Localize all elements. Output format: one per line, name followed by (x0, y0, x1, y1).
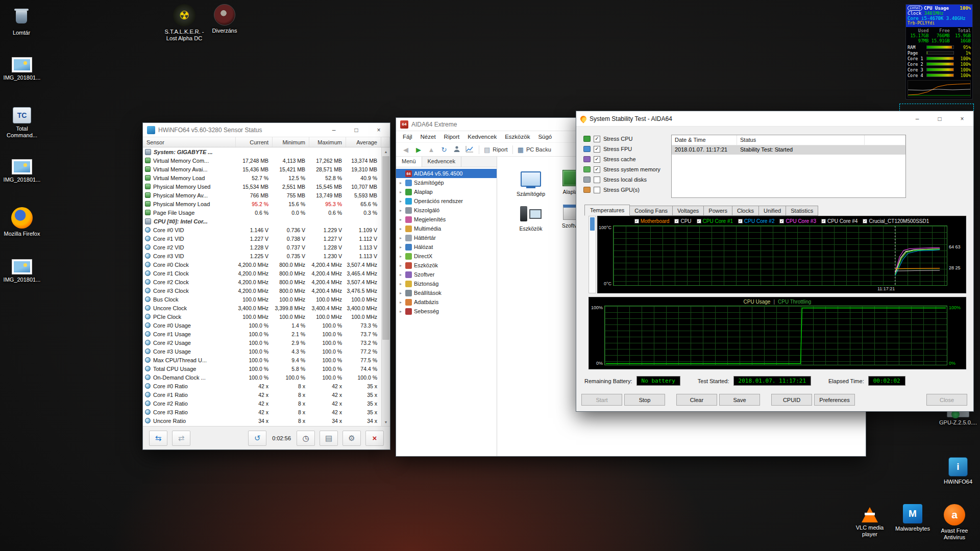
tree-expander-icon[interactable]: ▸ (398, 282, 403, 286)
logging-button[interactable]: ▤ (320, 431, 338, 446)
sst-button-start[interactable]: Start (581, 394, 622, 406)
sensor-row[interactable]: Core #0 VID1.146 V0.736 V1.229 V1.109 V (143, 226, 381, 234)
tree-expander-icon[interactable]: ▸ (398, 272, 403, 277)
tree-expander-icon[interactable]: ▸ (398, 181, 403, 185)
aida-tree-item-1[interactable]: ▸Számítógép (396, 178, 497, 187)
desktop-icon-img3[interactable]: IMG_201801... (2, 259, 42, 283)
tree-expander-icon[interactable]: ▸ (398, 208, 403, 213)
aida-tree-item-0[interactable]: 64AIDA64 v5.95.4500 (396, 169, 497, 178)
column-current[interactable]: Current (236, 137, 273, 147)
sensor-row[interactable]: Virtual Memory Avai...15,436 MB15,421 MB… (143, 165, 381, 173)
aida-tree-item-3[interactable]: ▸Operációs rendszer (396, 196, 497, 206)
legend-checkbox[interactable]: ✓ (821, 219, 826, 223)
tree-expander-icon[interactable]: ▸ (398, 190, 403, 194)
sensor-row[interactable]: Core #0 Ratio42 x8 x42 x35 x (143, 382, 381, 390)
column-sensor[interactable]: Sensor (143, 137, 236, 147)
pc-backup-button[interactable]: ▦ PC Backu (518, 146, 551, 154)
sst-close-button[interactable]: × (951, 111, 973, 126)
sensor-row[interactable]: Physical Memory Av...766 MB755 MB13,749 … (143, 191, 381, 199)
sensor-row[interactable]: Uncore Ratio34 x8 x34 x34 x (143, 416, 381, 425)
aida-pane-tab-0[interactable]: Menü (396, 157, 422, 167)
aida-pane-tab-1[interactable]: Kedvencek (422, 157, 461, 167)
aida-menu-item-4[interactable]: Eszközök (501, 133, 533, 141)
sensor-section-row[interactable]: System: GIGABYTE ... (143, 147, 381, 156)
sensor-row[interactable]: Core #2 Usage100.0 %2.9 %100.0 %73.2 % (143, 338, 381, 347)
sst-button-cpuid[interactable]: CPUID (771, 394, 812, 406)
sensor-row[interactable]: Core #2 Clock4,200.0 MHz800.0 MHz4,200.4… (143, 278, 381, 286)
tree-expander-icon[interactable]: ▸ (398, 263, 403, 268)
aida-tree-item-2[interactable]: ▸Alaplap (396, 187, 497, 196)
stress-checkbox[interactable]: ✓ (594, 156, 600, 163)
up-icon[interactable]: ▲ (427, 146, 436, 153)
legend-checkbox[interactable]: ✓ (674, 219, 679, 223)
sensor-row[interactable]: Core #1 Clock4,200.0 MHz800.0 MHz4,200.4… (143, 269, 381, 278)
aida-tree-item-15[interactable]: ▸Sebesség (396, 307, 497, 316)
sst-tab-5[interactable]: Unified (759, 206, 786, 216)
sst-tab-2[interactable]: Voltages (673, 206, 704, 216)
desktop-icon-malwarebytes[interactable]: MMalwarebytes (892, 504, 933, 532)
aida-tree-item-4[interactable]: ▸Kiszolgáló (396, 206, 497, 215)
content-icon-0[interactable]: Számítógép (511, 170, 550, 197)
sst-tab-4[interactable]: Clocks (732, 206, 759, 216)
sensor-row[interactable]: Physical Memory Load95.2 %15.6 %95.3 %65… (143, 199, 381, 208)
sensor-row[interactable]: On-Demand Clock ...100.0 %100.0 %100.0 %… (143, 373, 381, 382)
sensor-row[interactable]: Core #3 Clock4,200.0 MHz800.0 MHz4,200.4… (143, 286, 381, 295)
refresh-icon[interactable]: ↻ (439, 146, 449, 153)
column-minimum[interactable]: Minimum (273, 137, 309, 147)
sst-titlebar[interactable]: System Stability Test - AIDA64 – □ × (576, 111, 973, 127)
legend-checkbox[interactable]: ✓ (779, 219, 784, 223)
aida-menu-item-1[interactable]: Nézet (417, 133, 439, 141)
sensor-row[interactable]: PCIe Clock100.0 MHz100.0 MHz100.0 MHz100… (143, 312, 381, 321)
legend-checkbox[interactable]: ✓ (863, 219, 867, 223)
desktop-icon-stalker[interactable]: ☢S.T.A.L.K.E.R. - Lost Alpha DC (162, 4, 207, 42)
forward-icon[interactable]: ▶ (414, 146, 423, 153)
scroll-down-arrow[interactable]: ▼ (382, 418, 390, 426)
user-icon[interactable] (452, 145, 461, 154)
riport-button[interactable]: ▤ Riport (484, 146, 508, 154)
desktop-icon-lomtar[interactable]: Lomtár (5, 6, 38, 36)
sensor-row[interactable]: Core #1 VID1.227 V0.738 V1.227 V1.112 V (143, 234, 381, 243)
aida-tree-item-13[interactable]: ▸Beállítások (396, 288, 497, 297)
temp-graph-zoom-slider[interactable] (589, 216, 596, 293)
column-maximum[interactable]: Maximum (309, 137, 346, 147)
scroll-up-arrow[interactable]: ▲ (382, 147, 390, 156)
sensor-row[interactable]: Total CPU Usage100.0 %5.8 %100.0 %74.4 % (143, 364, 381, 373)
aida-tree-item-12[interactable]: ▸Biztonság (396, 279, 497, 288)
aida-menu-item-0[interactable]: Fájl (399, 133, 416, 141)
aida-tree-item-5[interactable]: ▸Megjelenítés (396, 215, 497, 224)
stress-checkbox[interactable] (594, 177, 600, 183)
sensor-section-row[interactable]: CPU [#0]: Intel Cor... (143, 217, 381, 226)
sensor-row[interactable]: Core #3 Ratio42 x8 x42 x35 x (143, 408, 381, 416)
sensor-row[interactable]: Virtual Memory Com...17,248 MB4,113 MB17… (143, 156, 381, 165)
sensor-row[interactable]: Core #2 Ratio42 x8 x42 x35 x (143, 399, 381, 408)
tree-expander-icon[interactable]: ▸ (398, 227, 403, 231)
sst-maximize-button[interactable]: □ (928, 111, 951, 126)
sensor-row[interactable]: Core #1 Ratio42 x8 x42 x35 x (143, 390, 381, 399)
desktop-icon-img1[interactable]: IMG_201801... (2, 57, 42, 81)
content-icon-2[interactable]: Eszközök (511, 205, 550, 232)
legend-checkbox[interactable]: ✓ (697, 219, 701, 223)
sst-tab-1[interactable]: Cooling Fans (630, 206, 673, 216)
desktop-icon-vlc[interactable]: VLC media player (849, 504, 890, 538)
sst-tab-3[interactable]: Powers (704, 206, 732, 216)
close-sensors-button[interactable]: × (365, 431, 384, 446)
sensor-row[interactable]: Bus Clock100.0 MHz100.0 MHz100.0 MHz100.… (143, 295, 381, 304)
tree-expander-icon[interactable]: ▸ (398, 236, 403, 240)
sensor-nav-forward-button[interactable]: ⇄ (172, 431, 190, 446)
aida-tree-item-6[interactable]: ▸Multimédia (396, 224, 497, 233)
tree-expander-icon[interactable]: ▸ (398, 291, 403, 295)
desktop-icon-hwinfo64[interactable]: iHWiNFO64 (938, 457, 978, 485)
aida-tree-item-10[interactable]: ▸Eszközök (396, 261, 497, 270)
sensor-row[interactable]: Core #0 Clock4,200.0 MHz800.0 MHz4,200.4… (143, 260, 381, 269)
sst-button-close[interactable]: Close (926, 394, 967, 406)
sst-log-row[interactable]: 2018.01.07. 11:17:21 Stability Test: Sta… (672, 145, 905, 155)
settings-button[interactable]: ⚙ (342, 431, 361, 446)
aida-tree-item-8[interactable]: ▸Hálózat (396, 242, 497, 252)
back-icon[interactable]: ◀ (401, 146, 410, 153)
tree-expander-icon[interactable]: ▸ (398, 199, 403, 204)
sensor-row[interactable]: Page File Usage0.6 %0.0 %0.6 %0.3 % (143, 208, 381, 217)
scroll-thumb[interactable] (382, 156, 389, 340)
stress-checkbox[interactable]: ✓ (594, 146, 600, 153)
tree-expander-icon[interactable]: ▸ (398, 309, 403, 314)
desktop-icon-img2[interactable]: IMG_201801... (2, 159, 42, 183)
